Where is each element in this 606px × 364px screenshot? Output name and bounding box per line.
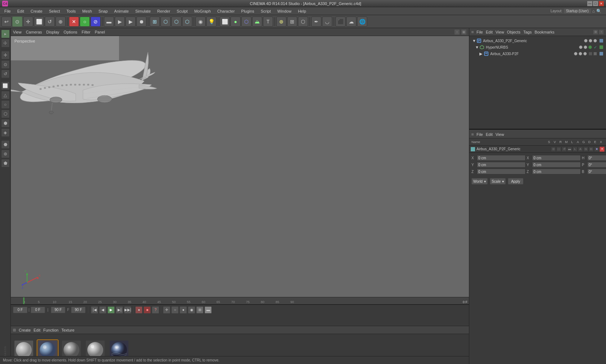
menu-character[interactable]: Character [214, 8, 237, 14]
menu-create[interactable]: Create [28, 8, 45, 14]
coord-p-input[interactable] [587, 162, 606, 168]
attr-icon-a[interactable]: A [578, 147, 583, 152]
step-back-button[interactable]: ◀ [99, 306, 106, 314]
menu-animate[interactable]: Animate [111, 8, 132, 14]
record-button[interactable]: ● [135, 306, 142, 314]
coord-x-pos-input[interactable] [477, 155, 526, 161]
menu-file[interactable]: File [1, 8, 14, 14]
frame-input-2[interactable] [31, 307, 45, 313]
obj-collapse-1[interactable]: ▼ [472, 39, 475, 43]
mat-menu-edit[interactable]: Edit [34, 328, 40, 332]
array-button[interactable]: ⊞ [287, 17, 297, 27]
coord-x-rot-input[interactable] [532, 155, 581, 161]
mat-menu-texture[interactable]: Texture [61, 328, 74, 332]
vp-menu-cameras[interactable]: Cameras [26, 30, 42, 34]
edge-cut[interactable]: △ [1, 91, 10, 99]
points-mode-button[interactable]: ⬡ [161, 17, 171, 27]
nurbs-button[interactable]: ⊛ [276, 17, 286, 27]
scale-tool[interactable]: ⊙ [1, 60, 10, 69]
spline-pen-button[interactable]: ✒ [311, 17, 321, 27]
obj-tag-2[interactable] [593, 52, 597, 56]
menu-mesh[interactable]: Mesh [79, 8, 95, 14]
text-button[interactable]: T [263, 17, 273, 27]
keyframe-all-button[interactable]: ◉ [188, 306, 195, 314]
keyframe-sel-button[interactable]: ● [180, 306, 187, 314]
help-record-button[interactable]: ? [152, 306, 159, 314]
coord-z-pos-input[interactable] [477, 169, 526, 174]
interactive-render-button[interactable]: ⏺ [136, 17, 146, 27]
vp-layout-button[interactable]: ⊞ [461, 29, 467, 35]
vp-menu-panel[interactable]: Panel [95, 30, 105, 34]
cylinder-primitive-button[interactable]: ⬡ [241, 17, 251, 27]
obj-menu-view[interactable]: View [496, 30, 504, 34]
attr-menu-file[interactable]: File [477, 132, 483, 137]
attr-selected-object-row[interactable]: Airbus_A330_P2F_Generic ⊙ □ ↺ ▬ L A G D … [469, 146, 606, 153]
close-button[interactable]: ✕ [599, 1, 604, 6]
obj-lock-dot-1[interactable] [589, 39, 592, 43]
obj-collapse-3[interactable]: ▶ [479, 52, 482, 56]
polygon-pen[interactable]: ⬜ [1, 81, 10, 90]
attr-icon-x[interactable]: ✕ [600, 147, 605, 152]
current-frame-input[interactable] [13, 307, 27, 313]
keyframe-del-button[interactable]: ○ [171, 306, 179, 314]
sphere-primitive-button[interactable]: ● [230, 17, 241, 27]
obj-icon-2[interactable]: ↑ [599, 30, 604, 35]
attr-icon-r[interactable]: ↺ [562, 147, 567, 152]
mat-menu-create[interactable]: Create [19, 328, 31, 332]
scale-tool-button[interactable]: ⬜ [34, 17, 44, 27]
menu-tools[interactable]: Tools [63, 8, 79, 14]
go-to-start-button[interactable]: |◀ [91, 306, 98, 314]
layout-selector[interactable]: Startup (User) [564, 9, 591, 13]
search-icon[interactable]: 🔍 [596, 9, 602, 14]
menu-window[interactable]: Window [275, 8, 294, 14]
step-forward-button[interactable]: ▶| [116, 306, 123, 314]
coord-h-input[interactable] [587, 155, 606, 161]
mat-panel-handle[interactable] [13, 329, 16, 332]
obj-menu-tags[interactable]: Tags [523, 30, 532, 34]
maximize-button[interactable]: □ [593, 1, 598, 6]
obj-menu-edit[interactable]: Edit [486, 30, 493, 34]
attr-icon-g[interactable]: G [583, 147, 588, 152]
render-settings-button[interactable]: ▬ [104, 17, 114, 27]
attr-icon-m[interactable]: ▬ [567, 147, 572, 152]
model-tool[interactable]: ▸ [1, 30, 10, 38]
move-tool-button[interactable]: ✛ [23, 17, 33, 27]
coord-b-input[interactable] [587, 169, 606, 174]
minimize-button[interactable]: — [587, 1, 592, 6]
menu-render[interactable]: Render [154, 8, 173, 14]
attr-icon-e[interactable]: ★ [594, 147, 599, 152]
keyframe-add-button[interactable]: ✛ [163, 306, 170, 314]
menu-mograph[interactable]: MoGraph [191, 8, 214, 14]
obj-render-dot-3[interactable] [583, 52, 587, 56]
coord-z-rot-input[interactable] [532, 169, 581, 174]
smooth-shift[interactable]: ⬡ [1, 110, 10, 118]
obj-vis-dot-3[interactable] [574, 52, 578, 56]
transform-mode-dropdown[interactable]: Scale ▾ [490, 178, 506, 185]
obj-menu-file[interactable]: File [477, 30, 483, 34]
bridge-tool[interactable]: ◈ [1, 128, 10, 137]
z-axis-button[interactable]: ⊘ [91, 17, 101, 27]
obj-menu-bookmarks[interactable]: Bookmarks [535, 30, 554, 34]
landscape-button[interactable]: ⛰ [252, 17, 262, 27]
obj-vis-dot-2[interactable] [579, 45, 583, 49]
extrude-tool[interactable]: ⬢ [1, 119, 10, 128]
menu-plugins[interactable]: Plugins [238, 8, 257, 14]
loop-select[interactable]: ○ [1, 100, 10, 109]
rect-selection[interactable]: ⊛ [1, 150, 10, 158]
move-tool[interactable]: ✛ [1, 51, 10, 59]
menu-select[interactable]: Select [46, 8, 63, 14]
live-selection[interactable]: ⬣ [1, 140, 10, 149]
obj-lock-dot-2[interactable] [584, 45, 587, 49]
window-controls[interactable]: — □ ✕ [587, 1, 604, 6]
home-icon[interactable]: ⌂ [592, 9, 595, 14]
timeline-settings-button[interactable]: ⊞ [196, 306, 203, 314]
obj-lock-dot-3[interactable] [579, 52, 582, 56]
menu-script[interactable]: Script [258, 8, 274, 14]
timeline-mode-button[interactable]: ▬ [205, 306, 212, 314]
obj-icon-1[interactable]: ⊙ [593, 30, 598, 35]
mat-menu-function[interactable]: Function [43, 328, 58, 332]
obj-tag-1[interactable] [589, 52, 592, 56]
light-button[interactable]: 💡 [206, 17, 216, 27]
object-mode-button[interactable]: ⊞ [150, 17, 160, 27]
vp-expand-button[interactable]: ↑ [454, 29, 460, 35]
